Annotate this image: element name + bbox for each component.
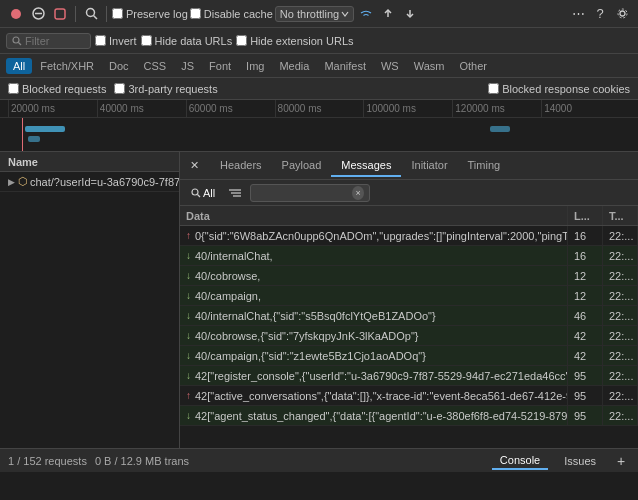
throttle-dropdown[interactable]: No throttling <box>275 6 354 22</box>
ws-msg-time: 22:... <box>603 386 638 405</box>
ws-msg-data: ↓42["agent_status_changed",{"data":[{"ag… <box>180 406 568 425</box>
ws-msg-length: 46 <box>568 306 603 325</box>
ws-msg-data: ↓42["register_console",{"userId":"u-3a67… <box>180 366 568 385</box>
ws-msg-data: ↓40/cobrowse,{"sid":"7yfskqpyJnK-3lKaADO… <box>180 326 568 345</box>
issues-tab[interactable]: Issues <box>556 453 604 469</box>
type-tab-other[interactable]: Other <box>452 58 494 74</box>
svg-line-11 <box>19 42 22 45</box>
receive-arrow: ↓ <box>186 350 191 361</box>
invert-label[interactable]: Invert <box>95 35 137 47</box>
ws-close-button[interactable]: ✕ <box>186 158 202 174</box>
record-button[interactable] <box>6 4 26 24</box>
ruler-mark-4: 100000 ms <box>363 100 452 117</box>
upload-icon[interactable] <box>378 4 398 24</box>
expand-arrow: ▶ <box>8 177 15 187</box>
clear-button[interactable] <box>28 4 48 24</box>
hide-data-urls-label[interactable]: Hide data URLs <box>141 35 233 47</box>
type-tab-js[interactable]: JS <box>174 58 201 74</box>
ws-tab-headers[interactable]: Headers <box>210 155 272 177</box>
ws-msg-length: 95 <box>568 386 603 405</box>
download-svg <box>404 8 416 20</box>
track-bar-2 <box>28 136 40 142</box>
top-toolbar: Preserve log Disable cache No throttling… <box>0 0 638 28</box>
type-tab-media[interactable]: Media <box>272 58 316 74</box>
svg-point-8 <box>620 11 625 16</box>
ws-msg-data: ↓40/campaign,{"sid":"z1ewte5Bz1Cjo1aoADO… <box>180 346 568 365</box>
receive-arrow: ↓ <box>186 290 191 301</box>
console-tab[interactable]: Console <box>492 452 548 470</box>
ws-tab-messages[interactable]: Messages <box>331 155 401 177</box>
separator-2 <box>106 6 107 22</box>
ws-message-row[interactable]: ↓42["register_console",{"userId":"u-3a67… <box>180 366 638 386</box>
name-item-text: chat/?userId=u-3a6790c9-7f87... <box>30 176 179 188</box>
ws-tab-initiator[interactable]: Initiator <box>401 155 457 177</box>
blocked-requests-checkbox[interactable] <box>8 83 19 94</box>
ruler-mark-5: 120000 ms <box>452 100 541 117</box>
type-tab-wasm[interactable]: Wasm <box>407 58 452 74</box>
more-button[interactable]: ⋯ <box>568 4 588 24</box>
hide-data-urls-checkbox[interactable] <box>141 35 152 46</box>
download-icon[interactable] <box>400 4 420 24</box>
ws-message-row[interactable]: ↓42["agent_status_changed",{"data":[{"ag… <box>180 406 638 426</box>
type-tab-manifest[interactable]: Manifest <box>317 58 373 74</box>
blocked-requests-label[interactable]: Blocked requests <box>8 83 106 95</box>
blocked-cookies-text: Blocked response cookies <box>502 83 630 95</box>
ws-message-row[interactable]: ↓40/campaign,{"sid":"z1ewte5Bz1Cjo1aoADO… <box>180 346 638 366</box>
search-button[interactable] <box>81 4 101 24</box>
name-list-item-0[interactable]: ▶⬡chat/?userId=u-3a6790c9-7f87... <box>0 172 179 192</box>
help-button[interactable]: ? <box>590 4 610 24</box>
filter-input-wrap[interactable] <box>6 33 91 49</box>
preserve-log-label[interactable]: Preserve log <box>112 8 188 20</box>
hide-ext-urls-checkbox[interactable] <box>236 35 247 46</box>
preserve-log-checkbox[interactable] <box>112 8 123 19</box>
type-tab-font[interactable]: Font <box>202 58 238 74</box>
receive-arrow: ↓ <box>186 310 191 321</box>
type-tab-css[interactable]: CSS <box>137 58 174 74</box>
filter-input[interactable] <box>25 35 85 47</box>
ws-msg-data: ↑0{"sid":"6W8abZAcn0upp6QnADOm","upgrade… <box>180 226 568 245</box>
send-arrow: ↑ <box>186 390 191 401</box>
ws-messages: Data L... T... ↑0{"sid":"6W8abZAcn0upp6Q… <box>180 206 638 448</box>
type-tab-doc[interactable]: Doc <box>102 58 136 74</box>
type-tab-img[interactable]: Img <box>239 58 271 74</box>
len-col-header: L... <box>568 206 603 225</box>
svg-rect-3 <box>55 9 65 19</box>
filter-bar: Invert Hide data URLs Hide extension URL… <box>0 28 638 54</box>
ws-all-filter[interactable]: All <box>186 185 220 201</box>
ws-tab-payload[interactable]: Payload <box>272 155 332 177</box>
disable-cache-checkbox[interactable] <box>190 8 201 19</box>
ws-message-row[interactable]: ↓40/internalChat,1622:... <box>180 246 638 266</box>
type-tab-ws[interactable]: WS <box>374 58 406 74</box>
blocked-cookies-checkbox[interactable] <box>488 83 499 94</box>
invert-text: Invert <box>109 35 137 47</box>
invert-checkbox[interactable] <box>95 35 106 46</box>
ws-message-row[interactable]: ↓40/cobrowse,1222:... <box>180 266 638 286</box>
right-panel: ✕ HeadersPayloadMessagesInitiatorTiming … <box>180 152 638 448</box>
ws-message-row[interactable]: ↓40/internalChat,{"sid":"s5Bsq0fclYtQeB1… <box>180 306 638 326</box>
type-tab-all[interactable]: All <box>6 58 32 74</box>
ws-message-row[interactable]: ↑0{"sid":"6W8abZAcn0upp6QnADOm","upgrade… <box>180 226 638 246</box>
third-party-checkbox[interactable] <box>114 83 125 94</box>
track-bar-3 <box>490 126 510 132</box>
ruler-mark-1: 40000 ms <box>97 100 186 117</box>
svg-point-10 <box>13 37 19 43</box>
stop-button[interactable] <box>50 4 70 24</box>
ws-sort-button[interactable] <box>224 186 246 200</box>
ws-message-row[interactable]: ↓40/cobrowse,{"sid":"7yfskqpyJnK-3lKaADO… <box>180 326 638 346</box>
time-col-header: T... <box>603 206 638 225</box>
settings-button[interactable] <box>612 4 632 24</box>
ws-message-row[interactable]: ↓40/campaign,1222:... <box>180 286 638 306</box>
timeline-tracks <box>0 118 638 152</box>
ws-tab-timing[interactable]: Timing <box>458 155 511 177</box>
ws-clear-filter[interactable]: × <box>352 186 364 200</box>
ws-message-row[interactable]: ↑42["active_conversations",{"data":[]},"… <box>180 386 638 406</box>
blocked-cookies-label[interactable]: Blocked response cookies <box>488 83 630 95</box>
ws-filter-input[interactable] <box>256 187 349 199</box>
third-party-label[interactable]: 3rd-party requests <box>114 83 217 95</box>
ws-msg-length: 42 <box>568 346 603 365</box>
add-panel-button[interactable]: + <box>612 452 630 470</box>
ws-message-filter[interactable]: × <box>250 184 370 202</box>
hide-ext-urls-label[interactable]: Hide extension URLs <box>236 35 353 47</box>
type-tab-fetch/xhr[interactable]: Fetch/XHR <box>33 58 101 74</box>
disable-cache-label[interactable]: Disable cache <box>190 8 273 20</box>
